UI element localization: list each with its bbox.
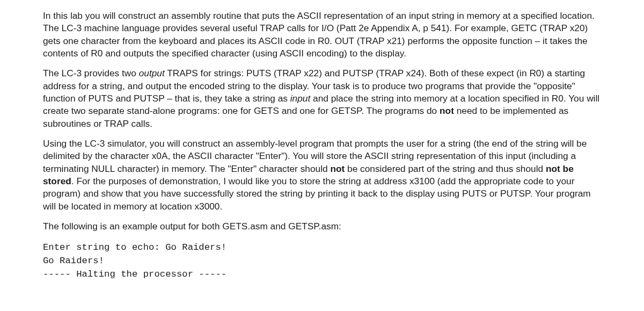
text: . For the purposes of demonstration, I w… <box>43 176 591 212</box>
output-line-2: Go Raiders! <box>43 254 601 267</box>
text: The LC-3 provides two <box>43 68 139 78</box>
text-italic-output: output <box>139 68 165 78</box>
text-bold-not: not <box>330 163 345 174</box>
text: be considered part of the string and thu… <box>345 163 546 174</box>
paragraph-intro: In this lab you will construct an assemb… <box>43 10 601 60</box>
document-page: In this lab you will construct an assemb… <box>0 0 644 292</box>
text-italic-input: input <box>290 93 310 104</box>
paragraph-traps: The LC-3 provides two output TRAPS for s… <box>43 67 601 130</box>
output-line-3: ----- Halting the processor ----- <box>43 267 601 281</box>
text-bold-not: not <box>440 105 454 116</box>
text: The following is an example output for b… <box>43 221 341 232</box>
paragraph-simulator: Using the LC-3 simulator, you will const… <box>43 138 601 213</box>
output-line-1: Enter string to echo: Go Raiders! <box>43 241 601 254</box>
example-output-block: Enter string to echo: Go Raiders! Go Rai… <box>43 241 601 281</box>
paragraph-example-lead: The following is an example output for b… <box>43 220 601 233</box>
text: In this lab you will construct an assemb… <box>43 10 595 59</box>
